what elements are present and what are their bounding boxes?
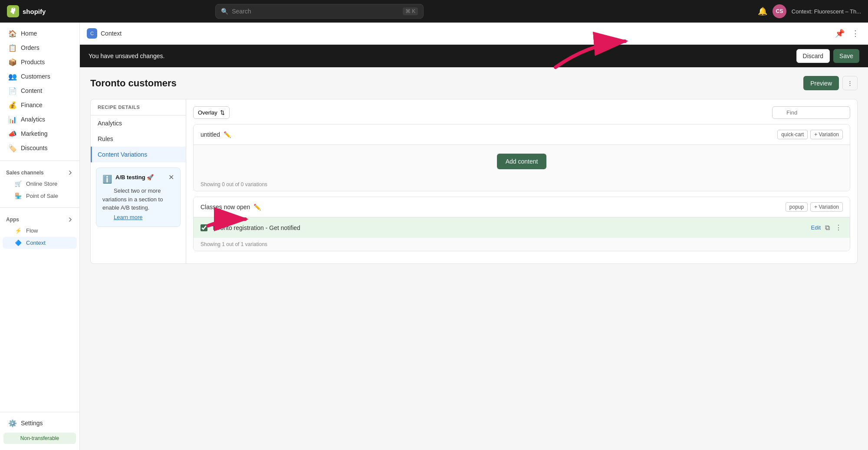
sidebar-item-context[interactable]: 🔷 Context [3,237,77,249]
recipe-details-header: RECIPE DETAILS [91,99,186,115]
main-layout: 🏠 Home 📋 Orders 📦 Products 👥 Customers 📄… [0,23,868,450]
sidebar-item-label-online-store: Online Store [26,181,57,187]
sidebar-item-marketing[interactable]: 📣 Marketing [3,127,77,141]
ab-learn-more-link[interactable]: Learn more [114,214,174,220]
context-app-icon: 🔷 [15,240,22,246]
ab-testing-close-button[interactable]: ✕ [168,174,174,181]
add-content-button[interactable]: Add content [497,154,547,169]
variation-block-classes: Classes now open ✏️ popup + Variation To… [193,197,850,251]
variation-header-untitled: untitled ✏️ quick-cart + Variation [194,125,850,145]
page-content: Toronto customers Preview ⋮ RECIPE DETAI… [80,67,868,450]
variation-footer-classes: Showing 1 out of 1 variations [194,238,850,251]
edit-title-icon-classes[interactable]: ✏️ [253,204,261,210]
sidebar-item-label-products: Products [21,59,45,66]
content-icon: 📄 [9,87,16,95]
variation-row-actions: Edit ⧉ ⋮ [811,223,843,233]
sidebar-item-content[interactable]: 📄 Content [3,84,77,98]
sidebar-item-products[interactable]: 📦 Products [3,55,77,69]
save-button[interactable]: Save [833,49,859,63]
more-options-button[interactable]: ⋮ [850,27,861,40]
more-row-button[interactable]: ⋮ [834,223,843,233]
apps-label: Apps [6,217,19,223]
ab-testing-header: ℹ️ A/B testing 🚀 ✕ [102,174,174,184]
copy-icon-button[interactable]: ⧉ [824,223,831,233]
sidebar-item-analytics[interactable]: 📊 Analytics [3,112,77,126]
add-variation-button-classes[interactable]: + Variation [810,202,843,212]
variation-title-classes: Classes now open ✏️ [201,204,261,210]
sidebar-item-label-flow: Flow [26,227,38,234]
tag-popup: popup [786,202,808,212]
pin-button[interactable]: 📌 [833,27,846,40]
sidebar-apps-section: Apps ⚡ Flow 🔷 Context [0,210,79,253]
toronto-edit-link[interactable]: Edit [811,224,821,231]
ab-testing-box: ℹ️ A/B testing 🚀 ✕ Select two or more va… [96,168,181,227]
search-shortcut: ⌘ K [403,7,418,15]
toronto-row-label: Toronto registration - Get notified [212,224,807,231]
preview-button[interactable]: Preview [803,76,839,90]
variation-block-untitled: untitled ✏️ quick-cart + Variation Add c… [193,124,850,191]
sidebar-item-orders[interactable]: 📋 Orders [3,41,77,55]
expand-icon [67,170,73,176]
shopify-logo: shopify [7,5,46,17]
topbar-right: 🔔 CS Context: Fluorescent – Th... [758,4,861,18]
sidebar-divider-2 [0,207,79,208]
bell-icon[interactable]: 🔔 [758,7,767,16]
variation-name-untitled: untitled [201,131,220,138]
non-transferable-badge: Non-transferable [3,433,76,444]
sidebar-item-point-of-sale[interactable]: 🏪 Point of Sale [3,190,77,202]
products-icon: 📦 [9,58,16,66]
toronto-checkbox[interactable] [201,224,207,231]
add-variation-button-untitled[interactable]: + Variation [810,130,843,139]
tag-quick-cart: quick-cart [777,130,808,139]
recipe-nav-rules[interactable]: Rules [91,131,186,147]
sidebar-item-label-orders: Orders [21,44,39,51]
search-input[interactable] [232,8,399,15]
sidebar-item-discounts[interactable]: 🏷️ Discounts [3,141,77,155]
page-header-actions: Preview ⋮ [803,76,858,90]
ab-testing-description: Select two or more variations in a secti… [102,187,163,211]
context-icon-text: C [90,31,94,36]
customers-icon: 👥 [9,72,16,80]
overlay-select[interactable]: Overlay ⇅ [193,106,230,119]
find-input[interactable] [772,106,850,119]
page-more-button[interactable]: ⋮ [842,76,858,90]
avatar: CS [773,4,786,18]
sidebar-item-label-content: Content [21,87,42,94]
overlay-chevron-icon: ⇅ [220,109,225,116]
variation-header-classes: Classes now open ✏️ popup + Variation [194,197,850,217]
sidebar-item-online-store[interactable]: 🛒 Online Store [3,178,77,190]
recipe-layout: RECIPE DETAILS Analytics Rules Content V… [90,99,858,264]
sidebar-item-finance[interactable]: 💰 Finance [3,98,77,112]
sidebar-item-customers[interactable]: 👥 Customers [3,69,77,83]
apps-header: Apps [0,213,79,224]
variation-footer-untitled: Showing 0 out of 0 variations [194,178,850,191]
unsaved-banner: You have unsaved changes. Discard Save [80,45,868,67]
sidebar-item-settings[interactable]: ⚙️ Settings [3,416,77,430]
discard-button[interactable]: Discard [796,49,830,63]
sidebar-item-home[interactable]: 🏠 Home [3,26,77,40]
recipe-nav-analytics[interactable]: Analytics [91,115,186,131]
home-icon: 🏠 [9,30,16,37]
variations-area: Overlay ⇅ 🔍 untitled ✏️ [186,99,857,263]
variations-toolbar: Overlay ⇅ 🔍 [193,106,850,119]
variation-row-toronto: Toronto registration - Get notified Edit… [194,217,850,238]
recipe-nav-content-variations[interactable]: Content Variations [91,147,186,162]
content-area: C Context 📌 ⋮ You have unsaved changes. … [80,23,868,450]
sidebar-item-label-context: Context [26,240,46,246]
settings-icon: ⚙️ [9,419,16,427]
context-label: Context: Fluorescent – Th... [792,8,861,15]
edit-title-icon-untitled[interactable]: ✏️ [224,131,231,138]
analytics-icon: 📊 [9,115,16,123]
variation-title-untitled: untitled ✏️ [201,131,231,138]
sales-channels-header: Sales channels [0,166,79,177]
online-store-icon: 🛒 [15,181,22,187]
sidebar-sales-channels-section: Sales channels 🛒 Online Store 🏪 Point of… [0,163,79,206]
sidebar-item-label-settings: Settings [21,420,43,427]
overlay-label: Overlay [198,109,217,116]
variation-tags-classes: popup + Variation [786,202,843,212]
search-bar[interactable]: 🔍 ⌘ K [215,4,424,19]
sidebar-item-flow[interactable]: ⚡ Flow [3,225,77,236]
flow-icon: ⚡ [15,227,22,234]
sales-channels-label: Sales channels [6,170,44,176]
context-app-badge: C [87,28,97,39]
